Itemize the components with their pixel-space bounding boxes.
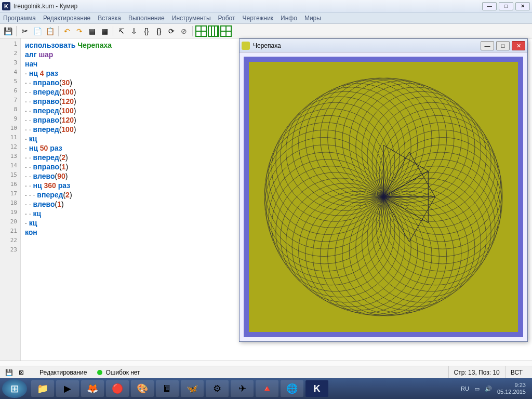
action-icon[interactable]: ▤ [86,25,98,37]
svg-point-22 [269,159,388,278]
step-over-icon[interactable]: ↸ [116,25,127,37]
close-status-icon[interactable]: ⊠ [17,368,26,377]
save-status-icon[interactable]: 💾 [4,368,14,377]
explorer-icon[interactable]: 📁 [31,380,54,397]
svg-point-20 [276,172,395,291]
turtle-minimize-button[interactable]: — [481,41,494,50]
stop-icon[interactable]: ⊘ [178,25,190,37]
tray-clock[interactable]: 9:23 05.12.2015 [497,382,526,395]
svg-point-47 [379,115,498,234]
redo-icon[interactable]: ↷ [74,25,85,37]
turtle-icon [242,42,250,50]
chrome-icon[interactable]: 🌐 [281,380,303,397]
action2-icon[interactable]: ▦ [99,25,110,37]
svg-point-12 [328,197,447,316]
tray-sound-icon[interactable]: 🔊 [485,385,492,392]
menu-Инфо[interactable]: Инфо [281,15,297,22]
svg-point-13 [320,197,439,316]
status-mode: Редактирование [39,369,87,376]
svg-point-4 [376,166,495,285]
system-tray: RU ▭ 🔊 9:23 05.12.2015 [461,382,530,395]
kumir-task-icon[interactable]: K [305,380,328,397]
tray-lang[interactable]: RU [461,385,469,392]
svg-marker-51 [383,152,435,197]
turtle-maximize-button[interactable]: □ [496,41,510,50]
save-icon[interactable]: 💾 [2,25,14,37]
menu-Вставка[interactable]: Вставка [98,15,121,22]
statusbar: 💾 ⊠ Редактирование Ошибок нет Стр: 13, П… [0,366,532,378]
firefox-icon[interactable]: 🦊 [81,380,104,397]
close-button[interactable]: ✕ [515,2,530,10]
menu-Программа[interactable]: Программа [3,15,36,22]
svg-point-3 [379,159,498,278]
svg-point-37 [320,78,439,197]
svg-point-30 [276,102,395,221]
svg-point-21 [272,166,391,285]
app-icon: K [2,2,10,10]
svg-point-10 [342,194,461,313]
app2-icon[interactable]: 🦋 [181,380,204,397]
calc-icon[interactable]: 🖩 [156,380,179,397]
turtle-title-text: Черепаха [253,42,478,49]
titlebar: K treugolnik.kum - Кумир — □ ✕ [0,0,532,12]
turtle-drawing [249,62,518,332]
app4-icon[interactable]: ✈ [231,380,254,397]
step-into-icon[interactable]: ⇩ [128,25,140,37]
turtle-titlebar[interactable]: Черепаха — □ ✕ [240,39,527,52]
grid1-icon[interactable] [195,25,207,37]
menu-Миры[interactable]: Миры [304,15,321,22]
minimize-button[interactable]: — [482,2,497,10]
status-position: Стр: 13, Поз: 10 [448,366,505,378]
svg-point-38 [328,78,447,197]
app1-icon[interactable]: 🔴 [106,380,129,397]
svg-marker-53 [383,197,435,242]
status-light-icon [97,370,102,375]
svg-point-35 [305,81,424,200]
status-errors: Ошибок нет [105,369,140,376]
grid2-icon[interactable] [208,25,219,37]
menu-Чертежник[interactable]: Чертежник [243,15,274,22]
maximize-button[interactable]: □ [499,2,513,10]
paint-icon[interactable]: 🎨 [131,380,154,397]
turtle-close-button[interactable]: ✕ [512,41,525,50]
tray-flag-icon[interactable]: ▭ [474,385,480,392]
run-icon[interactable]: ⟳ [166,25,177,37]
svg-point-25 [264,137,383,256]
svg-point-40 [342,81,461,200]
toolbar: 💾 ✂ 📄 📋 ↶ ↷ ▤ ▦ ↸ ⇩ {} {} ⟳ ⊘ [0,24,532,38]
braces2-icon[interactable]: {} [153,25,165,37]
menu-Редактирование[interactable]: Редактирование [43,15,90,22]
status-insert: ВСТ [505,366,528,378]
menu-Робот[interactable]: Робот [218,15,235,22]
menubar: ПрограммаРедактированиеВставкаВыполнение… [0,12,532,24]
svg-point-15 [305,194,424,313]
taskbar: ⊞ 📁 ▶ 🦊 🔴 🎨 🖩 🦋 ⚙ ✈ 🔺 🌐 K RU ▭ 🔊 9:23 05… [0,378,532,399]
paste-icon[interactable]: 📋 [44,25,56,37]
app3-icon[interactable]: ⚙ [206,380,229,397]
svg-point-29 [272,109,391,228]
window-title: treugolnik.kum - Кумир [14,3,480,10]
svg-point-28 [269,115,388,234]
media-icon[interactable]: ▶ [56,380,79,397]
menu-Выполнение[interactable]: Выполнение [128,15,165,22]
line-gutter: 1234567891011121314151617181920212223 [0,38,21,361]
copy-icon[interactable]: 📄 [32,25,43,37]
turtle-canvas [249,62,518,332]
turtle-window[interactable]: Черепаха — □ ✕ [239,38,528,342]
svg-point-46 [376,109,495,228]
app5-icon[interactable]: 🔺 [256,380,278,397]
start-button[interactable]: ⊞ [2,379,27,398]
cut-icon[interactable]: ✂ [19,25,31,37]
grid3-icon[interactable] [220,25,232,37]
undo-icon[interactable]: ↶ [61,25,73,37]
braces-icon[interactable]: {} [141,25,152,37]
menu-Инструменты[interactable]: Инструменты [172,15,211,22]
